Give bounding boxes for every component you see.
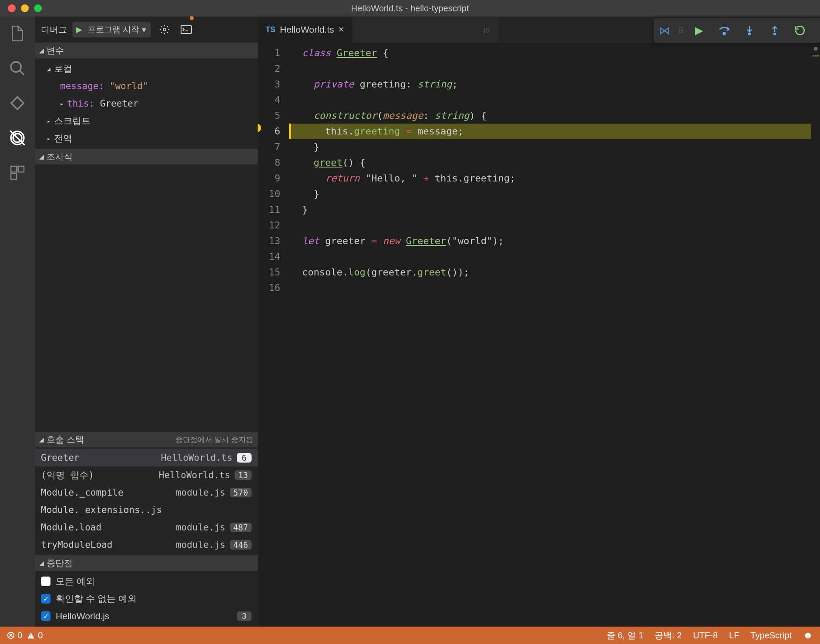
svg-point-14 bbox=[723, 33, 726, 35]
chevron-down-icon: ◢ bbox=[47, 66, 50, 72]
variables-header[interactable]: ◢ 변수 bbox=[35, 43, 258, 58]
maximize-window-button[interactable] bbox=[34, 4, 42, 12]
step-into-button[interactable] bbox=[741, 22, 758, 39]
gear-icon[interactable] bbox=[156, 21, 173, 38]
step-over-button[interactable] bbox=[716, 22, 733, 39]
chevron-down-icon: ◢ bbox=[39, 436, 44, 443]
breakpoint-row[interactable]: 모든 예외 bbox=[35, 573, 258, 590]
checkbox[interactable]: ✓ bbox=[41, 594, 50, 604]
breakpoints-section: ◢ 중단점 모든 예외✓확인할 수 없는 예외✓HelloWorld.js3 bbox=[35, 555, 258, 627]
code-lines[interactable]: class Greeter { private greeting: string… bbox=[289, 43, 820, 627]
start-debug-dropdown[interactable]: ▶ 프로그램 시작 ▾ bbox=[72, 22, 151, 37]
sidebar-title: 디버그 bbox=[41, 24, 67, 36]
scope-scripts[interactable]: ▸ 스크립트 bbox=[35, 112, 258, 130]
checkbox[interactable]: ✓ bbox=[41, 611, 50, 621]
callstack-header[interactable]: ◢ 호출 스택 중단점에서 일시 중지됨 bbox=[35, 432, 258, 447]
stop-button[interactable] bbox=[817, 22, 820, 39]
variables-title: 변수 bbox=[47, 45, 64, 57]
source-control-icon[interactable] bbox=[8, 94, 27, 112]
encoding[interactable]: UTF-8 bbox=[693, 631, 718, 641]
svg-point-16 bbox=[749, 33, 750, 35]
svg-rect-5 bbox=[11, 166, 17, 172]
callstack-row[interactable]: (익명 함수)HelloWorld.ts13 bbox=[35, 466, 258, 484]
restart-button[interactable] bbox=[791, 22, 809, 39]
close-window-button[interactable] bbox=[8, 4, 16, 12]
breakpoints-header[interactable]: ◢ 중단점 bbox=[35, 555, 258, 571]
debug-icon[interactable] bbox=[8, 129, 27, 147]
variable-row[interactable]: message: "world" bbox=[35, 77, 258, 95]
watch-header[interactable]: ◢ 조사식 bbox=[35, 149, 258, 164]
feedback-icon[interactable]: ☻ bbox=[803, 630, 813, 641]
ts-file-icon: TS bbox=[265, 25, 276, 34]
chevron-right-icon: ▸ bbox=[47, 118, 50, 124]
warnings-count[interactable]: 0 bbox=[27, 631, 43, 641]
callstack-row[interactable]: GreeterHelloWorld.ts6 bbox=[35, 449, 258, 466]
callstack-row[interactable]: Module.loadmodule.js487 bbox=[35, 519, 258, 536]
debug-toolbar[interactable]: ⋈ ⠿ ▶ bbox=[654, 18, 820, 43]
step-out-button[interactable] bbox=[766, 22, 783, 39]
minimize-window-button[interactable] bbox=[21, 4, 29, 12]
breakpoint-row[interactable]: ✓확인할 수 없는 예외 bbox=[35, 590, 258, 607]
continue-button[interactable]: ▶ bbox=[690, 22, 708, 39]
scrollbar[interactable] bbox=[811, 43, 820, 627]
dropdown-icon: ▾ bbox=[142, 25, 146, 35]
watch-body bbox=[35, 164, 258, 432]
svg-point-18 bbox=[774, 33, 776, 35]
chevron-down-icon: ◢ bbox=[39, 47, 44, 54]
breakpoint-row[interactable]: ✓HelloWorld.js3 bbox=[35, 607, 258, 625]
scope-local[interactable]: ◢ 로컬 bbox=[35, 60, 258, 77]
activity-bar bbox=[0, 17, 35, 627]
variables-section: ◢ 변수 ◢ 로컬 message: "world" ▸ this: Greet… bbox=[35, 43, 258, 149]
search-icon[interactable] bbox=[8, 59, 27, 77]
scope-global[interactable]: ▸ 전역 bbox=[35, 130, 258, 147]
checkbox[interactable] bbox=[41, 577, 50, 586]
code-editor[interactable]: 12345678910111213141516 class Greeter { … bbox=[258, 43, 820, 627]
close-tab-icon[interactable]: × bbox=[339, 24, 344, 35]
status-bar: 0 0 줄 6, 열 1 공백: 2 UTF-8 LF TypeScript ☻ bbox=[0, 627, 820, 644]
callstack-status: 중단점에서 일시 중지됨 bbox=[175, 435, 253, 445]
extensions-icon[interactable] bbox=[8, 164, 27, 182]
watch-title: 조사식 bbox=[47, 151, 73, 163]
svg-rect-9 bbox=[181, 26, 192, 34]
svg-rect-6 bbox=[18, 166, 24, 172]
chevron-down-icon: ◢ bbox=[39, 153, 44, 160]
tab-filename: HelloWorld.ts bbox=[280, 24, 334, 35]
chevron-down-icon: ◢ bbox=[39, 560, 44, 567]
title-bar: HelloWorld.ts - hello-typescript bbox=[0, 0, 820, 17]
chevron-right-icon: ▸ bbox=[60, 101, 64, 107]
grip-icon[interactable]: ⠿ bbox=[678, 26, 682, 35]
callstack-row[interactable]: Module._extensions..js bbox=[35, 501, 258, 519]
debug-sidebar-header: 디버그 ▶ 프로그램 시작 ▾ bbox=[35, 17, 258, 43]
window-title: HelloWorld.ts - hello-typescript bbox=[351, 3, 469, 13]
eol[interactable]: LF bbox=[729, 631, 739, 641]
cursor-position[interactable]: 줄 6, 열 1 bbox=[607, 630, 643, 641]
svg-line-1 bbox=[20, 70, 24, 75]
indentation[interactable]: 공백: 2 bbox=[655, 630, 682, 641]
breakpoints-title: 중단점 bbox=[47, 557, 73, 569]
callstack-row[interactable]: Module._compilemodule.js570 bbox=[35, 484, 258, 501]
svg-rect-7 bbox=[11, 174, 17, 179]
svg-point-8 bbox=[163, 28, 166, 31]
watch-section: ◢ 조사식 bbox=[35, 149, 258, 432]
editor-tab-active[interactable]: TS HelloWorld.ts × bbox=[258, 17, 352, 43]
svg-point-0 bbox=[11, 62, 21, 72]
callstack-title: 호출 스택 bbox=[47, 434, 84, 446]
chevron-right-icon: ▸ bbox=[47, 135, 50, 142]
debug-config-name: 프로그램 시작 bbox=[87, 24, 139, 35]
line-gutter: 12345678910111213141516 bbox=[258, 43, 289, 627]
traffic-lights bbox=[0, 4, 42, 12]
vscode-icon: ⋈ bbox=[659, 24, 670, 37]
callstack-row[interactable]: tryModuleLoadmodule.js446 bbox=[35, 536, 258, 553]
variable-row[interactable]: ▸ this: Greeter bbox=[35, 95, 258, 112]
language-mode[interactable]: TypeScript bbox=[750, 631, 791, 641]
editor-area: TS HelloWorld.ts × xxxxxxxxxxxxxxxxxxxxx… bbox=[258, 17, 820, 627]
explorer-icon[interactable] bbox=[8, 24, 27, 43]
errors-count[interactable]: 0 bbox=[7, 631, 22, 641]
debug-sidebar: 디버그 ▶ 프로그램 시작 ▾ ◢ 변수 ◢ 로컬 bbox=[35, 17, 258, 627]
play-icon: ▶ bbox=[73, 25, 86, 34]
callstack-section: ◢ 호출 스택 중단점에서 일시 중지됨 GreeterHelloWorld.t… bbox=[35, 432, 258, 555]
debug-console-icon[interactable] bbox=[178, 21, 195, 38]
editor-tab-hidden[interactable]: xxxxxxxxxxxxxxxxxxxxxxxxxxjs bbox=[352, 17, 498, 43]
